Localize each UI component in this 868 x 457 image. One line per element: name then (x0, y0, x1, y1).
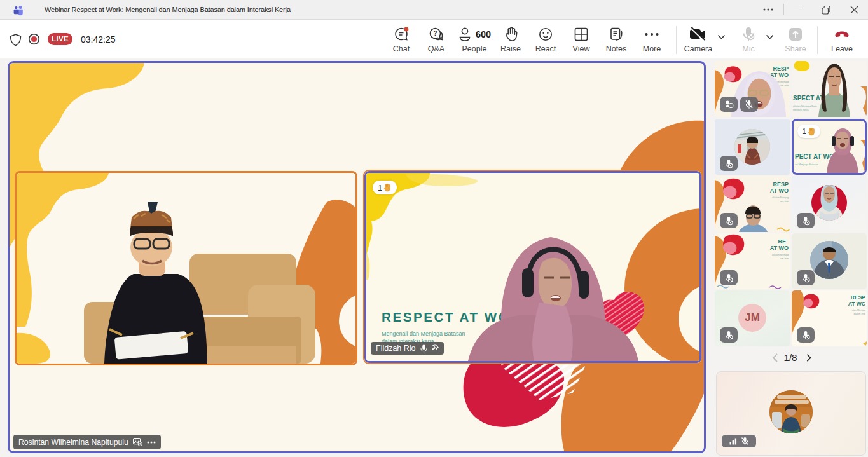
svg-text:?: ? (433, 30, 437, 37)
svg-text:am inte: am inte (780, 84, 789, 87)
svg-text:AT WO: AT WO (770, 245, 789, 251)
svg-text:RE: RE (778, 238, 786, 245)
svg-text:RESP: RESP (773, 65, 789, 72)
svg-text:dalam inte: dalam inte (854, 312, 866, 315)
svg-text:nteraksi Kerja: nteraksi Kerja (793, 108, 809, 111)
svg-text:ali dan Menjaga Bata: ali dan Menjaga Bata (793, 104, 817, 107)
svg-text:AT WO: AT WO (770, 188, 789, 194)
svg-text:AT WC: AT WC (848, 301, 865, 307)
svg-text:ali dan Menjag: ali dan Menjag (772, 253, 789, 256)
svg-text:ali dan Menjag: ali dan Menjag (772, 196, 789, 199)
svg-text:RESP: RESP (851, 294, 865, 301)
svg-text:RESPECT AT WO: RESPECT AT WO (382, 310, 510, 324)
svg-text:i dan Menjag: i dan Menjag (851, 308, 865, 311)
svg-text:RESP: RESP (773, 181, 789, 188)
svg-text:an Menjaga Batasan: an Menjaga Batasan (795, 163, 818, 166)
svg-text:am inte: am inte (780, 200, 789, 203)
svg-text:PECT AT WO: PECT AT WO (795, 153, 834, 160)
svg-text:Mengenali dan Menjaga Batasan: Mengenali dan Menjaga Batasan (382, 331, 465, 337)
svg-text:am inte: am inte (780, 257, 789, 260)
svg-text:SPECT AT: SPECT AT (793, 95, 823, 102)
